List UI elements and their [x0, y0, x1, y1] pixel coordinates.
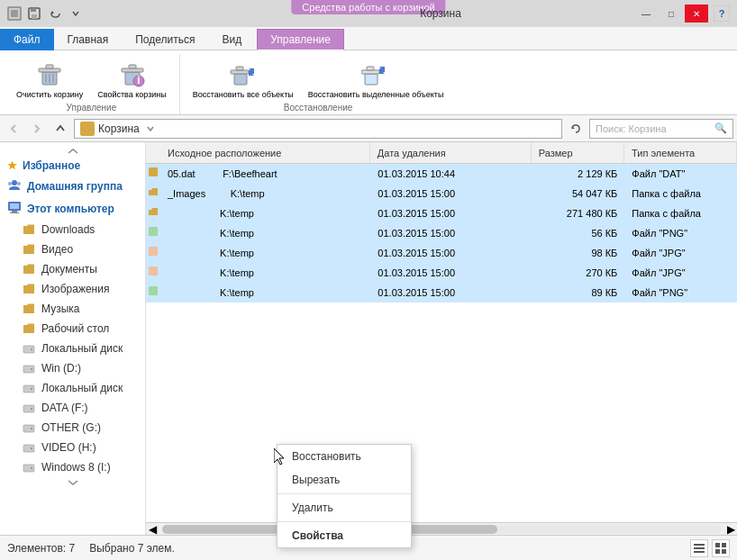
- qat-undo-btn[interactable]: [46, 5, 64, 23]
- qat-save-btn[interactable]: [25, 5, 43, 23]
- sidebar-item-win-d[interactable]: Win (D:): [0, 358, 145, 378]
- hscrollbar[interactable]: ◀ ▶: [146, 522, 737, 535]
- sidebar-scroll-up[interactable]: [0, 146, 145, 157]
- tab-manage[interactable]: Управление: [257, 29, 344, 50]
- svg-rect-21: [367, 67, 374, 70]
- restore-group-label: Восстановление: [284, 103, 353, 114]
- hscroll-right[interactable]: ▶: [724, 523, 737, 536]
- refresh-button[interactable]: [566, 119, 586, 139]
- quick-access-toolbar: [25, 5, 85, 23]
- sidebar-favorites-header[interactable]: ★ Избранное: [0, 157, 145, 175]
- svg-rect-54: [722, 549, 726, 554]
- desktop-label: Рабочий стол: [41, 322, 109, 335]
- restore-selected-button[interactable]: Восстановить выделенные объекты: [303, 56, 450, 103]
- table-row[interactable]: K:\temp 01.03.2015 15:00 270 КБ Файл "JP…: [146, 263, 737, 283]
- row-icon: [146, 186, 160, 200]
- qat-dropdown-btn[interactable]: [67, 5, 85, 23]
- address-box[interactable]: Корзина: [74, 119, 562, 139]
- table-row[interactable]: K:\temp 01.03.2015 15:00 56 КБ Файл "PNG…: [146, 223, 737, 243]
- row-icon: [146, 246, 160, 259]
- drive-icon-d: [22, 361, 36, 375]
- tab-view[interactable]: Вид: [208, 29, 255, 50]
- trash-props-button[interactable]: i Свойства корзины: [92, 56, 172, 103]
- cell-size: 89 КБ: [532, 285, 624, 300]
- svg-rect-28: [10, 212, 19, 213]
- context-restore[interactable]: Восстановить: [278, 445, 411, 468]
- homegroup-icon: [7, 177, 22, 194]
- empty-trash-label: Очистить корзину: [16, 90, 83, 100]
- empty-trash-button[interactable]: Очистить корзину: [11, 56, 88, 103]
- svg-point-34: [31, 388, 32, 390]
- svg-rect-3: [31, 8, 36, 12]
- sidebar-item-desktop[interactable]: Рабочий стол: [0, 319, 145, 339]
- empty-trash-icon: [35, 59, 64, 88]
- close-button[interactable]: ✕: [685, 5, 708, 23]
- svg-rect-51: [715, 543, 720, 547]
- cell-date: 01.03.2015 15:00: [370, 246, 532, 260]
- forward-button[interactable]: [27, 119, 47, 139]
- col-header-type[interactable]: Тип элемента: [624, 142, 737, 163]
- view-details-button[interactable]: [690, 539, 708, 557]
- up-button[interactable]: [50, 119, 70, 139]
- cell-size: 271 480 КБ: [532, 206, 624, 221]
- restore-all-icon: [229, 59, 258, 88]
- hscroll-track[interactable]: [162, 525, 721, 534]
- restore-all-button[interactable]: Восстановить все объекты: [187, 56, 299, 103]
- cell-date: 01.03.2015 10:44: [370, 167, 532, 181]
- svg-point-24: [17, 182, 21, 185]
- table-row[interactable]: K:\temp 01.03.2015 15:00 271 480 КБ Папк…: [146, 203, 737, 223]
- svg-rect-29: [23, 346, 34, 353]
- sidebar-item-win8-i[interactable]: Windows 8 (I:): [0, 457, 145, 477]
- cell-name: K:\temp: [160, 285, 370, 300]
- address-arrow-icon: [147, 125, 154, 132]
- table-row[interactable]: 05.dat F:\Beefheart 01.03.2015 10:44 2 1…: [146, 164, 737, 184]
- help-button[interactable]: ?: [714, 5, 730, 22]
- sidebar-item-data-f[interactable]: DATA (F:): [0, 398, 145, 418]
- svg-text:i: i: [137, 74, 140, 86]
- window-title: Корзина: [420, 7, 461, 20]
- sidebar-item-music[interactable]: Музыка: [0, 299, 145, 319]
- cell-type: Файл "PNG": [624, 226, 737, 240]
- back-button[interactable]: [4, 119, 23, 139]
- table-row[interactable]: _Images K:\temp 01.03.2015 15:00 54 047 …: [146, 184, 737, 203]
- sidebar-item-documents[interactable]: Документы: [0, 259, 145, 279]
- context-cut[interactable]: Вырезать: [278, 468, 411, 492]
- tab-share[interactable]: Поделиться: [122, 29, 208, 50]
- sidebar-scroll-down[interactable]: [0, 477, 145, 488]
- homegroup-label: Домашняя группа: [27, 180, 123, 193]
- tab-home[interactable]: Главная: [54, 29, 123, 50]
- sidebar-item-other-g[interactable]: OTHER (G:): [0, 418, 145, 438]
- sidebar-item-video[interactable]: Видео: [0, 239, 145, 259]
- table-row[interactable]: K:\temp 01.03.2015 15:00 89 КБ Файл "PNG…: [146, 283, 737, 303]
- search-icon: 🔍: [714, 122, 727, 134]
- sidebar-computer-header[interactable]: Этот компьютер: [0, 197, 145, 220]
- context-separator-2: [278, 521, 411, 522]
- window-controls: — □ ✕ ?: [634, 5, 730, 23]
- sidebar-item-local-e[interactable]: Локальный диск: [0, 378, 145, 398]
- svg-rect-43: [149, 167, 158, 176]
- cell-type: Файл "JPG": [624, 266, 737, 280]
- sidebar-item-images[interactable]: Изображения: [0, 279, 145, 299]
- cell-date: 01.03.2015 15:00: [370, 186, 532, 201]
- table-row[interactable]: K:\temp 01.03.2015 15:00 98 КБ Файл "JPG…: [146, 243, 737, 263]
- col-header-date[interactable]: Дата удаления: [370, 142, 532, 163]
- cell-type: Файл "JPG": [624, 246, 737, 260]
- sidebar-item-video-h[interactable]: VIDEO (H:): [0, 438, 145, 457]
- context-delete[interactable]: Удалить: [278, 496, 411, 519]
- col-header-size[interactable]: Размер: [532, 142, 624, 163]
- svg-rect-48: [694, 544, 705, 546]
- context-properties[interactable]: Свойства: [278, 524, 411, 547]
- tab-file[interactable]: Файл: [0, 29, 54, 50]
- minimize-button[interactable]: —: [634, 5, 658, 23]
- maximize-button[interactable]: □: [660, 5, 683, 23]
- sidebar-item-local-c[interactable]: Локальный диск: [0, 339, 145, 358]
- search-box[interactable]: Поиск: Корзина 🔍: [589, 119, 733, 139]
- col-header-name[interactable]: Исходное расположение: [160, 142, 370, 163]
- sidebar-item-downloads[interactable]: Downloads: [0, 220, 145, 239]
- hscroll-left[interactable]: ◀: [146, 523, 159, 536]
- view-large-button[interactable]: [712, 539, 730, 557]
- folder-icon-images: [22, 282, 36, 296]
- svg-point-36: [31, 408, 32, 410]
- svg-point-40: [31, 447, 32, 449]
- sidebar-homegroup-header[interactable]: Домашняя группа: [0, 175, 145, 197]
